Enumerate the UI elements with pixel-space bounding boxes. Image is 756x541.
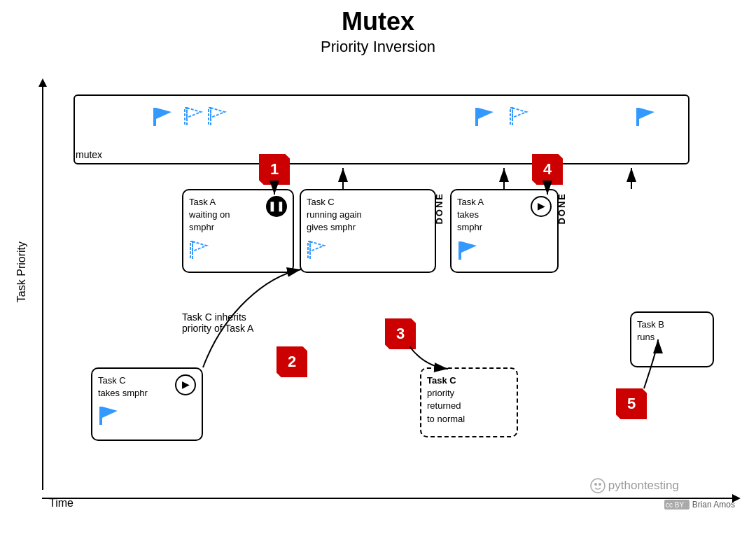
svg-rect-6 xyxy=(475,108,478,126)
mutex-flag-2 xyxy=(474,106,496,130)
badge-5: 5 xyxy=(616,388,647,419)
mutex-flag-1 xyxy=(152,106,174,130)
x-axis-label: Time xyxy=(49,497,74,510)
mutex-bar xyxy=(74,94,690,164)
svg-rect-0 xyxy=(153,108,156,126)
x-axis xyxy=(42,498,735,499)
page-title: Mutex xyxy=(0,0,756,36)
task-c-dashed-flag xyxy=(307,240,429,263)
badge-2: 2 xyxy=(276,346,307,377)
task-a-waiting-box: Task A waiting on smphr ❚❚ xyxy=(182,189,294,273)
svg-rect-18 xyxy=(99,407,102,425)
done-label-2: DONE xyxy=(556,192,567,225)
svg-marker-7 xyxy=(478,108,493,119)
svg-rect-10 xyxy=(636,108,639,126)
task-a-blue-flag xyxy=(457,240,552,265)
svg-marker-9 xyxy=(512,108,526,118)
svg-marker-3 xyxy=(187,108,201,118)
task-a-takes-box: Task A takes smphr ▶ xyxy=(450,189,559,273)
mutex-label: mutex xyxy=(76,149,102,160)
diagram: Task Priority Time xyxy=(28,45,749,513)
svg-marker-13 xyxy=(192,241,206,251)
done-label-1: DONE xyxy=(434,192,444,225)
pause-icon: ❚❚ xyxy=(266,196,287,217)
mutex-dashed-flags-1 xyxy=(183,106,228,126)
badge-1: 1 xyxy=(259,154,290,185)
svg-marker-5 xyxy=(211,108,225,118)
cc-area: cc BY Brian Amos xyxy=(664,500,735,510)
svg-marker-17 xyxy=(461,241,477,253)
task-c-blue-flag xyxy=(98,405,196,430)
watermark-icon xyxy=(590,478,606,493)
watermark: pythontesting xyxy=(590,478,679,493)
task-c-priority-box: Task C priority returned to normal xyxy=(420,367,518,437)
task-c-running-box: Task C running again gives smphr xyxy=(300,189,436,273)
badge-3: 3 xyxy=(385,318,416,349)
mutex-dashed-flag-2 xyxy=(509,106,530,129)
author-name: Brian Amos xyxy=(692,500,735,510)
svg-marker-19 xyxy=(102,407,118,418)
mutex-flag-3 xyxy=(635,106,657,130)
svg-point-28 xyxy=(598,483,601,486)
svg-marker-1 xyxy=(156,108,172,119)
y-axis xyxy=(42,84,43,490)
y-axis-label: Task Priority xyxy=(15,241,28,302)
cc-icon: cc BY xyxy=(664,500,690,510)
task-a-dashed-flag xyxy=(189,240,287,263)
svg-point-26 xyxy=(591,479,605,493)
svg-marker-15 xyxy=(310,241,324,251)
badge-4: 4 xyxy=(532,154,563,185)
play-icon-2: ▶ xyxy=(531,196,552,217)
svg-text:cc BY: cc BY xyxy=(666,501,684,509)
svg-point-27 xyxy=(594,483,597,486)
task-b-runs-box: Task B runs xyxy=(630,311,714,367)
svg-rect-16 xyxy=(458,241,461,260)
svg-marker-11 xyxy=(639,108,654,119)
task-c-takes-box: Task C takes smphr ▶ xyxy=(91,367,203,441)
task-c-inherits-label: Task C inherits priority of Task A xyxy=(182,311,253,334)
play-icon-1: ▶ xyxy=(175,374,196,395)
